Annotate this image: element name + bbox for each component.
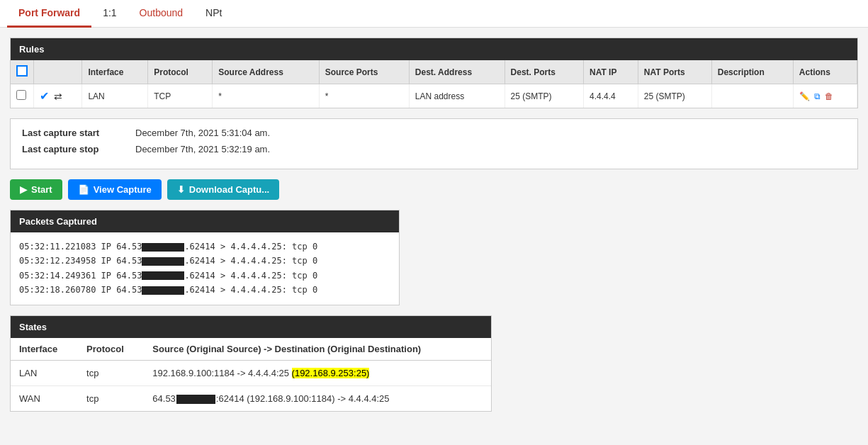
states-row1-interface: LAN	[11, 360, 78, 385]
states-row2-prefix: 64.53	[152, 393, 176, 404]
col-nat-ports: NAT Ports	[638, 60, 711, 84]
delete-icon[interactable]: 🗑	[825, 91, 833, 101]
states-row-1: LAN tcp 192.168.9.100:1184 -> 4.4.4.4:25…	[11, 360, 491, 385]
redacted-block-1	[142, 243, 184, 252]
row-checkbox[interactable]	[16, 90, 26, 100]
packets-body: 05:32:11.221083 IP 64.53 .62414 > 4.4.4.…	[11, 232, 399, 305]
row-interface: LAN	[82, 84, 148, 108]
col-dest-address: Dest. Address	[409, 60, 505, 84]
states-row2-interface: WAN	[11, 385, 78, 411]
col-source-address: Source Address	[213, 60, 320, 84]
edit-icon[interactable]: ✏️	[799, 91, 810, 101]
states-row2-source-dest: 64.53 :62414 (192.168.9.100:1184) -> 4.4…	[144, 385, 491, 411]
table-row: ✔ ⇄ LAN TCP * * LAN address 25 (SMTP) 4.…	[11, 84, 857, 108]
packet-line-4: 05:32:18.260780 IP 64.53 .62414 > 4.4.4.…	[19, 283, 390, 297]
start-label: Start	[31, 184, 52, 195]
col-dest-ports: Dest. Ports	[505, 60, 583, 84]
download-capture-button[interactable]: ⬇ Download Captu...	[167, 179, 279, 200]
states-row2-protocol: tcp	[78, 385, 144, 411]
col-protocol: Protocol	[148, 60, 213, 84]
action-buttons-row: ▶ Start 📄 View Capture ⬇ Download Captu.…	[10, 179, 858, 200]
download-icon: ⬇	[177, 184, 185, 195]
row-enabled-cell: ✔ ⇄	[34, 84, 82, 108]
row-actions-cell: ✏️ ⧉ 🗑	[793, 84, 857, 108]
row-nat-ports: 25 (SMTP)	[638, 84, 711, 108]
row-dest-ports: 25 (SMTP)	[505, 84, 583, 108]
col-source-ports: Source Ports	[319, 60, 409, 84]
shuffle-icon: ⇄	[54, 91, 62, 102]
redacted-block-4	[142, 286, 184, 295]
row-source-address: *	[213, 84, 320, 108]
packets-section: Packets Captured 05:32:11.221083 IP 64.5…	[10, 210, 400, 305]
redacted-block-2	[142, 257, 184, 266]
view-capture-label: View Capture	[94, 184, 152, 195]
row-protocol: TCP	[148, 84, 213, 108]
col-enabled	[34, 60, 82, 84]
states-row-2: WAN tcp 64.53 :62414 (192.168.9.100:1184…	[11, 385, 491, 411]
packets-header: Packets Captured	[11, 210, 399, 232]
capture-start-row: Last capture start December 7th, 2021 5:…	[22, 128, 846, 138]
play-icon: ▶	[20, 184, 27, 195]
redacted-block-3	[142, 271, 184, 280]
states-row1-protocol: tcp	[78, 360, 144, 385]
col-description: Description	[711, 60, 793, 84]
packet-line-2: 05:32:12.234958 IP 64.53 .62414 > 4.4.4.…	[19, 254, 390, 268]
row-checkbox-cell	[11, 84, 34, 108]
tab-bar: Port Forward 1:1 Outbound NPt	[0, 0, 868, 28]
tab-outbound[interactable]: Outbound	[128, 0, 195, 28]
states-col-source-dest: Source (Original Source) -> Destination …	[144, 338, 491, 361]
start-button[interactable]: ▶ Start	[10, 179, 62, 200]
row-description	[711, 84, 793, 108]
rules-section: Rules Interface Protocol Source Address …	[10, 38, 858, 108]
states-row2-redacted	[176, 395, 215, 404]
capture-info-section: Last capture start December 7th, 2021 5:…	[10, 118, 858, 169]
rules-header: Rules	[11, 38, 857, 60]
row-dest-address: LAN address	[409, 84, 505, 108]
capture-start-value: December 7th, 2021 5:31:04 am.	[135, 128, 270, 138]
capture-stop-label: Last capture stop	[22, 144, 135, 154]
col-checkbox	[11, 60, 34, 84]
packet-line-3: 05:32:14.249361 IP 64.53 .62414 > 4.4.4.…	[19, 269, 390, 283]
states-row1-text: 192.168.9.100:1184 -> 4.4.4.4:25	[152, 368, 291, 378]
view-capture-button[interactable]: 📄 View Capture	[68, 179, 162, 200]
tab-port-forward[interactable]: Port Forward	[7, 0, 91, 28]
capture-start-label: Last capture start	[22, 128, 135, 138]
file-icon: 📄	[78, 184, 89, 195]
col-interface: Interface	[82, 60, 148, 84]
packet-line-1: 05:32:11.221083 IP 64.53 .62414 > 4.4.4.…	[19, 240, 390, 254]
states-header: States	[11, 316, 491, 338]
states-section: States Interface Protocol Source (Origin…	[10, 315, 492, 412]
col-actions: Actions	[793, 60, 857, 84]
states-table: Interface Protocol Source (Original Sour…	[11, 338, 491, 411]
states-row1-source-dest: 192.168.9.100:1184 -> 4.4.4.4:25 (192.16…	[144, 360, 491, 385]
row-source-ports: *	[319, 84, 409, 108]
main-content: Rules Interface Protocol Source Address …	[0, 28, 868, 422]
tab-1to1[interactable]: 1:1	[91, 0, 128, 28]
tab-npt[interactable]: NPt	[194, 0, 233, 28]
rules-table: Interface Protocol Source Address Source…	[11, 60, 857, 108]
capture-stop-value: December 7th, 2021 5:32:19 am.	[135, 144, 270, 154]
enabled-check-icon: ✔	[40, 90, 49, 102]
states-row1-highlight: (192.168.9.253:25)	[292, 368, 370, 378]
download-capture-label: Download Captu...	[189, 184, 269, 195]
states-col-interface: Interface	[11, 338, 78, 361]
col-nat-ip: NAT IP	[583, 60, 638, 84]
capture-stop-row: Last capture stop December 7th, 2021 5:3…	[22, 144, 846, 154]
select-all-checkbox[interactable]	[16, 65, 28, 77]
copy-icon[interactable]: ⧉	[814, 91, 821, 101]
states-row2-suffix: :62414 (192.168.9.100:1184) -> 4.4.4.4:2…	[216, 393, 390, 404]
states-col-protocol: Protocol	[78, 338, 144, 361]
row-nat-ip: 4.4.4.4	[583, 84, 638, 108]
